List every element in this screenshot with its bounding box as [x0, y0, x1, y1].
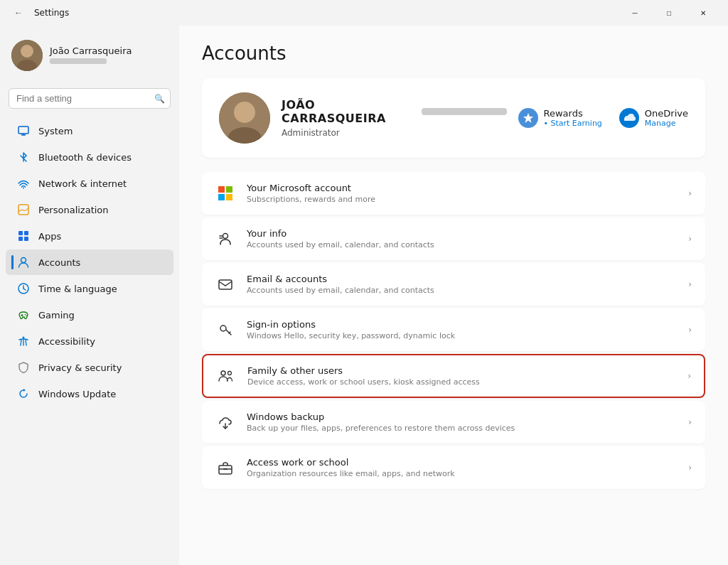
sidebar-item-time-label: Time & language [38, 284, 117, 294]
bluetooth-icon [17, 151, 30, 163]
rewards-action[interactable]: Rewards • Start Earning [518, 108, 602, 128]
sidebar-item-gaming-label: Gaming [38, 310, 75, 321]
svg-point-17 [26, 315, 27, 316]
svg-rect-24 [226, 186, 232, 193]
settings-item-your-info-desc: Accounts used by email, calendar, and co… [247, 240, 677, 249]
sidebar-item-update[interactable]: Windows Update [6, 381, 173, 407]
page-title: Accounts [202, 43, 705, 64]
sidebar-avatar [11, 40, 43, 71]
settings-item-email-text: Email & accounts Accounts used by email,… [247, 274, 677, 295]
sidebar-item-privacy-label: Privacy & security [38, 362, 122, 373]
sidebar-item-time[interactable]: Time & language [6, 276, 173, 301]
settings-item-your-info-text: Your info Accounts used by email, calend… [247, 228, 677, 249]
profile-info: JOÃO CARRASQUEIRA Administrator [282, 98, 507, 138]
close-button[interactable]: ✕ [687, 3, 719, 23]
sidebar-item-bluetooth-label: Bluetooth & devices [38, 152, 132, 163]
sidebar-item-accessibility[interactable]: Accessibility [6, 328, 173, 354]
chevron-right-icon: › [687, 371, 691, 381]
settings-item-your-info[interactable]: Your info Accounts used by email, calend… [202, 217, 705, 260]
settings-item-microsoft-account-title: Your Microsoft account [247, 183, 677, 193]
svg-rect-23 [218, 186, 225, 193]
settings-list: Your Microsoft account Subscriptions, re… [202, 172, 705, 489]
profile-avatar [219, 92, 270, 144]
search-input[interactable] [9, 88, 171, 109]
profile-role: Administrator [282, 128, 507, 138]
svg-rect-8 [18, 231, 23, 235]
system-icon [17, 124, 30, 137]
sidebar-item-system[interactable]: System [6, 118, 173, 144]
svg-rect-9 [24, 231, 28, 235]
user-info: João Carrasqueira [50, 45, 132, 66]
settings-item-signin-title: Sign-in options [247, 319, 677, 330]
settings-item-family-desc: Device access, work or school users, kio… [247, 377, 676, 387]
app-title: Settings [34, 8, 69, 18]
settings-item-signin-desc: Windows Hello, security key, password, d… [247, 331, 677, 340]
onedrive-icon [619, 108, 639, 128]
onedrive-text: OneDrive Manage [645, 108, 688, 128]
window-controls: ─ □ ✕ [619, 3, 719, 23]
network-icon [17, 177, 30, 190]
settings-item-family-title: Family & other users [247, 365, 676, 376]
settings-item-your-info-title: Your info [247, 228, 677, 239]
minimize-button[interactable]: ─ [619, 3, 651, 23]
chevron-right-icon: › [688, 417, 692, 427]
settings-item-microsoft-account[interactable]: Your Microsoft account Subscriptions, re… [202, 172, 705, 215]
settings-item-microsoft-account-text: Your Microsoft account Subscriptions, re… [247, 183, 677, 204]
chevron-right-icon: › [688, 234, 692, 244]
rewards-label: Rewards [544, 108, 602, 119]
back-button[interactable]: ← [9, 3, 28, 23]
settings-item-backup-title: Windows backup [247, 411, 677, 422]
svg-rect-25 [218, 194, 225, 200]
briefcase-icon [215, 458, 235, 478]
search-icon: 🔍 [154, 94, 165, 104]
onedrive-label: OneDrive [645, 108, 688, 119]
settings-item-backup-text: Windows backup Back up your files, apps,… [247, 411, 677, 433]
profile-actions: Rewards • Start Earning OneDrive Manage [518, 108, 689, 128]
settings-item-backup-desc: Back up your files, apps, preferences to… [247, 424, 677, 433]
update-icon [17, 387, 30, 400]
settings-item-email[interactable]: Email & accounts Accounts used by email,… [202, 263, 705, 306]
rewards-icon [518, 108, 538, 128]
svg-rect-10 [18, 237, 23, 241]
title-bar: ← Settings ─ □ ✕ [0, 0, 728, 26]
family-icon [216, 366, 236, 386]
maximize-button[interactable]: □ [653, 3, 685, 23]
sidebar-item-personalization-label: Personalization [38, 205, 109, 215]
profile-name-blurred [422, 108, 506, 115]
gaming-icon [17, 308, 30, 321]
sidebar-item-personalization[interactable]: Personalization [6, 197, 173, 222]
sidebar-item-network[interactable]: Network & internet [6, 171, 173, 196]
search-box: 🔍 [9, 88, 171, 109]
sidebar-item-network-label: Network & internet [38, 178, 127, 189]
profile-name: JOÃO CARRASQUEIRA [282, 98, 412, 125]
sidebar-item-apps[interactable]: Apps [6, 223, 173, 249]
svg-point-31 [220, 325, 226, 331]
settings-item-work-text: Access work or school Organization resou… [247, 457, 677, 478]
svg-point-27 [223, 234, 228, 239]
settings-item-family[interactable]: Family & other users Device access, work… [202, 354, 705, 398]
settings-item-email-title: Email & accounts [247, 274, 677, 284]
svg-point-32 [221, 371, 225, 375]
chevron-right-icon: › [688, 188, 692, 198]
nav-menu: System Bluetooth & devices [0, 117, 179, 407]
settings-item-backup[interactable]: Windows backup Back up your files, apps,… [202, 401, 705, 443]
apps-icon [17, 230, 30, 242]
personalization-icon [17, 203, 30, 216]
onedrive-sub: Manage [645, 119, 688, 128]
sidebar-item-accounts[interactable]: Accounts [6, 249, 173, 275]
settings-item-work[interactable]: Access work or school Organization resou… [202, 446, 705, 489]
person-icon [215, 229, 235, 249]
onedrive-action[interactable]: OneDrive Manage [619, 108, 688, 128]
sidebar-item-gaming[interactable]: Gaming [6, 302, 173, 328]
settings-item-family-text: Family & other users Device access, work… [247, 365, 676, 387]
accounts-icon [17, 256, 30, 269]
sidebar-item-update-label: Windows Update [38, 389, 116, 399]
sidebar-item-apps-label: Apps [38, 231, 61, 242]
settings-item-signin[interactable]: Sign-in options Windows Hello, security … [202, 308, 705, 351]
sidebar-item-bluetooth[interactable]: Bluetooth & devices [6, 144, 173, 170]
windows-logo-icon [215, 183, 235, 203]
svg-rect-30 [219, 280, 232, 289]
svg-point-1 [21, 45, 33, 58]
settings-item-email-desc: Accounts used by email, calendar, and co… [247, 286, 677, 295]
sidebar-item-privacy[interactable]: Privacy & security [6, 355, 173, 380]
